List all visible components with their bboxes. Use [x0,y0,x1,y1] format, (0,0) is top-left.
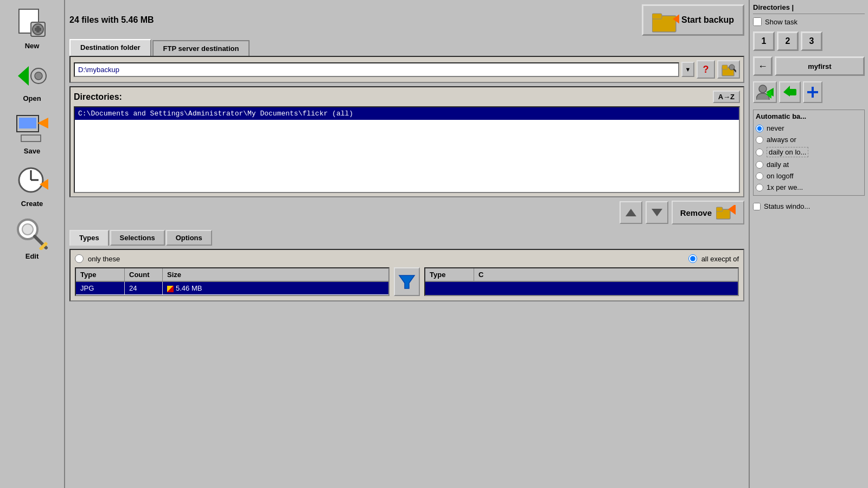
svg-rect-39 [807,91,818,93]
svg-rect-8 [36,74,41,78]
directories-title: Directories: [74,92,122,102]
td-count: 24 [125,282,163,294]
num-buttons-row: 1 2 3 [753,31,865,51]
open-button[interactable]: Open [5,55,59,106]
num-btn-2[interactable]: 2 [777,31,799,51]
auto-radio-weekly: 1x per we... [756,182,862,193]
num-btn-1[interactable]: 1 [753,31,775,51]
auto-backup-always-radio[interactable] [756,136,763,144]
destination-section: Destination folder FTP server destinatio… [69,39,744,83]
lower-tabs: Types Selections Options [69,230,744,246]
types-table-header: Type Count Size [76,268,388,282]
blue-plus-button[interactable] [803,81,822,103]
auto-backup-always-label: always or [767,136,796,144]
svg-rect-12 [21,135,41,142]
remove-button[interactable]: Remove [672,201,744,224]
td-size: 5.46 MB [163,282,388,294]
tab-selections[interactable]: Selections [110,230,165,246]
svg-rect-10 [19,118,36,129]
right-panel-title: Directories | [753,3,865,14]
auto-backup-section: Automatic ba... never always or daily on… [753,110,865,196]
open-label: Open [23,94,41,102]
path-dropdown-button[interactable]: ▼ [681,62,694,77]
status-window-section: Status windo... [753,202,865,210]
back-name-row: ← myfirst [753,56,865,76]
types-table: Type Count Size JPG 24 5.46 MB [75,267,739,296]
directories-section: Directories: A→Z C:\Documents and Settin… [69,86,744,197]
right-panel: Directories | Show task 1 2 3 ← myfirst [749,0,868,488]
sort-button[interactable]: A→Z [713,91,740,103]
th-count: Count [125,268,163,281]
back-button[interactable]: ← [753,56,773,76]
all-except-label: all execpt of [701,255,739,263]
profile-btn-row [753,81,865,103]
only-these-radio[interactable] [75,254,84,263]
filter-button[interactable] [394,267,420,296]
new-icon [15,6,49,41]
th-type: Type [76,268,125,281]
help-button[interactable]: ? [697,60,715,79]
svg-rect-30 [716,207,723,211]
status-window-checkbox[interactable] [753,203,761,210]
create-button[interactable]: Create [5,160,59,211]
down-arrow-icon [652,209,662,216]
auto-backup-logoff-radio[interactable] [756,172,763,180]
auto-radio-always: always or [756,134,862,145]
save-button[interactable]: Save [5,107,59,159]
svg-rect-4 [35,28,41,31]
auto-radio-never: never [756,123,862,134]
show-task-row: Show task [753,17,865,26]
show-task-checkbox[interactable] [753,17,762,26]
start-backup-button[interactable]: Start backup [642,4,744,36]
profile-icon[interactable] [753,81,777,103]
dir-header: Directories: A→Z [74,91,740,103]
svg-rect-37 [789,89,796,95]
auto-backup-daily-at-radio[interactable] [756,161,763,169]
save-label: Save [24,147,40,155]
th-size: Size [163,268,388,281]
num-btn-3[interactable]: 3 [801,31,822,51]
show-task-label: Show task [765,18,797,26]
move-down-button[interactable] [646,201,668,224]
open-icon [15,59,49,93]
table-row[interactable]: JPG 24 5.46 MB [76,282,388,294]
browse-button[interactable] [717,60,740,79]
lower-section: Remove Types Selections Options [69,201,744,301]
path-input[interactable] [74,62,679,77]
td-type: JPG [76,282,125,294]
auto-radio-daily-at: daily at [756,159,862,170]
auto-radio-daily-on: daily on lo... [756,145,862,159]
new-label: New [25,42,40,50]
all-except-radio[interactable] [688,254,697,263]
types-section: only these all execpt of Type Count Size [69,249,744,301]
auto-backup-never-label: never [767,124,784,132]
right-table-header: Type C [425,268,738,282]
save-icon [15,111,49,146]
left-toolbar: New Open Save [0,0,65,488]
move-up-button[interactable] [620,201,642,224]
create-label: Create [21,200,43,208]
auto-backup-weekly-label: 1x per we... [767,183,803,191]
new-button[interactable]: New [5,2,59,54]
svg-rect-26 [722,65,727,69]
edit-button[interactable]: Edit [5,213,59,264]
tab-options[interactable]: Options [166,230,212,246]
auto-backup-daily-on-radio[interactable] [756,149,763,156]
green-arrow-button[interactable] [779,81,801,103]
auto-backup-daily-at-label: daily at [767,160,789,169]
tab-ftp-server[interactable]: FTP server destination [152,40,250,56]
svg-marker-32 [399,275,414,288]
dir-item[interactable]: C:\Documents and Settings\Administrator\… [75,107,739,120]
auto-backup-never-radio[interactable] [756,125,763,132]
lower-controls: Remove [69,201,744,224]
size-icon [167,286,174,292]
tab-types[interactable]: Types [69,230,109,246]
th-c-right: C [474,268,512,281]
auto-backup-weekly-radio[interactable] [756,184,763,191]
tab-destination-folder[interactable]: Destination folder [69,39,151,56]
name-button[interactable]: myfirst [775,56,865,76]
table-row-right[interactable] [425,282,738,295]
status-window-label: Status windo... [764,202,810,210]
auto-backup-logoff-label: on logoff [767,172,794,180]
file-count: 24 files with 5.46 MB [69,15,154,25]
